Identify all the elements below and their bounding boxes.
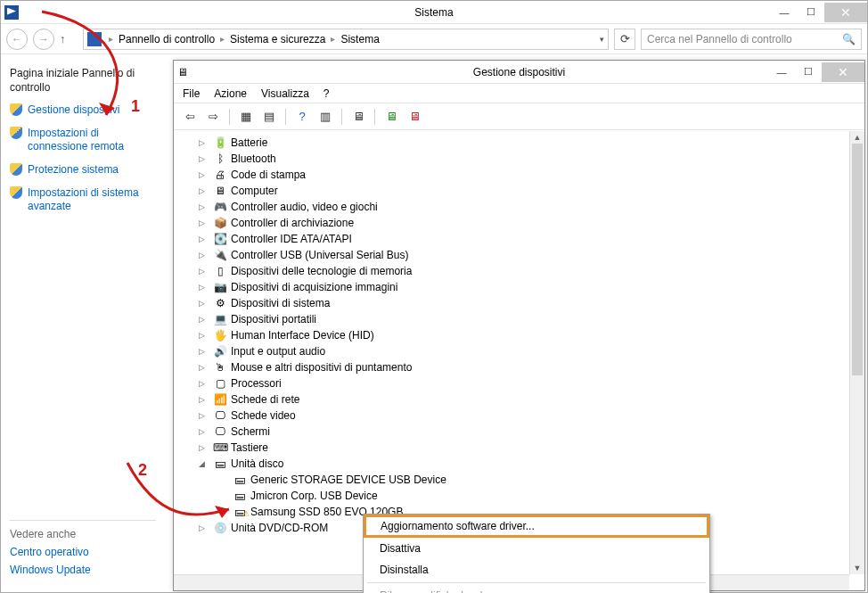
- toolbar-scan-icon[interactable]: ▥: [316, 108, 334, 126]
- expand-icon[interactable]: ▷: [199, 215, 209, 231]
- up-button[interactable]: ↑: [60, 32, 78, 45]
- expand-icon[interactable]: ▷: [199, 424, 209, 440]
- expand-icon[interactable]: ▷: [199, 327, 209, 343]
- see-also-action-center[interactable]: Centro operativo: [10, 546, 156, 558]
- device-icon: ᛒ: [213, 152, 227, 166]
- expand-icon[interactable]: ▷: [199, 440, 209, 456]
- toolbar-forward-icon[interactable]: ⇨: [204, 108, 222, 126]
- tree-category[interactable]: ▷🖨Code di stampa: [183, 167, 846, 183]
- expand-icon[interactable]: ▷: [199, 408, 209, 424]
- ctx-scan-hardware[interactable]: Rileva modifiche hardware: [364, 585, 709, 593]
- refresh-button[interactable]: ⟳: [614, 29, 635, 50]
- toolbar-enable-icon[interactable]: 🖥: [382, 108, 400, 126]
- sidebar-link-advanced[interactable]: Impostazioni di sistema avanzate: [10, 186, 156, 214]
- device-label: Batterie: [231, 135, 267, 151]
- sidebar-link-protection[interactable]: Protezione sistema: [10, 163, 156, 177]
- breadcrumb-part[interactable]: Sistema e sicurezza: [230, 33, 325, 45]
- close-button[interactable]: ✕: [824, 3, 867, 22]
- tree-category[interactable]: ▷📷Dispositivi di acquisizione immagini: [183, 279, 846, 295]
- device-label: Bluetooth: [231, 151, 276, 167]
- device-tree[interactable]: ▷🔋Batterie▷ᛒBluetooth▷🖨Code di stampa▷🖥C…: [174, 131, 849, 574]
- expand-icon[interactable]: ▷: [199, 247, 209, 263]
- tree-category[interactable]: ▷📶Schede di rete: [183, 391, 846, 408]
- expand-icon[interactable]: ▷: [199, 167, 209, 183]
- toolbar-uninstall-icon[interactable]: 🖥: [405, 108, 423, 126]
- expand-icon[interactable]: ▷: [199, 359, 209, 375]
- toolbar-update-icon[interactable]: 🖥: [349, 108, 367, 126]
- expand-icon[interactable]: ◢: [199, 456, 209, 472]
- tree-category[interactable]: ▷🔊Input e output audio: [183, 343, 846, 359]
- expand-icon[interactable]: ▷: [199, 199, 209, 215]
- tree-category[interactable]: ▷🖱Mouse e altri dispositivi di puntament…: [183, 359, 846, 375]
- see-also-windows-update[interactable]: Windows Update: [10, 564, 156, 576]
- expand-icon[interactable]: ▷: [199, 391, 209, 408]
- ctx-update-driver[interactable]: Aggiornamento software driver...: [364, 515, 709, 538]
- expand-icon[interactable]: ▷: [199, 295, 209, 311]
- chevron-down-icon[interactable]: ▾: [600, 35, 604, 44]
- breadcrumb[interactable]: ▸ Pannello di controllo ▸ Sistema e sicu…: [83, 29, 609, 50]
- device-icon: 🔌: [213, 248, 227, 262]
- minimize-button[interactable]: —: [771, 3, 798, 22]
- maximize-button[interactable]: ☐: [798, 3, 824, 22]
- expand-icon[interactable]: ▷: [199, 135, 209, 151]
- tree-category[interactable]: ▷📦Controller di archiviazione: [183, 215, 846, 231]
- menu-view[interactable]: Visualizza: [261, 87, 309, 100]
- sidebar-heading[interactable]: Pagina iniziale Pannello di controllo: [10, 67, 156, 95]
- vertical-scrollbar[interactable]: ▲ ▼: [849, 131, 864, 574]
- expand-icon[interactable]: ▷: [199, 343, 209, 359]
- breadcrumb-part[interactable]: Sistema: [340, 33, 379, 45]
- expand-icon[interactable]: ▷: [199, 183, 209, 199]
- menu-help[interactable]: ?: [323, 87, 330, 100]
- sidebar-link-remote[interactable]: Impostazioni di connessione remota: [10, 127, 156, 154]
- ctx-uninstall[interactable]: Disinstalla: [364, 559, 709, 581]
- tree-category[interactable]: ▷🖵Schede video: [183, 408, 846, 424]
- ctx-disable[interactable]: Disattiva: [364, 538, 709, 559]
- tree-category[interactable]: ▷🔋Batterie: [183, 135, 846, 151]
- tree-category[interactable]: ▷ᛒBluetooth: [183, 151, 846, 167]
- tree-category[interactable]: ▷⚙Dispositivi di sistema: [183, 295, 846, 311]
- devmgr-minimize-button[interactable]: —: [768, 62, 795, 82]
- device-label: Dispositivi di acquisizione immagini: [231, 279, 397, 295]
- expand-icon[interactable]: ▷: [199, 520, 209, 536]
- menu-action[interactable]: Azione: [214, 87, 247, 100]
- tree-disk-item[interactable]: 🖴Generic STORAGE DEVICE USB Device: [183, 472, 846, 488]
- search-input[interactable]: Cerca nel Pannello di controllo 🔍: [641, 29, 862, 50]
- tree-category[interactable]: ▷🔌Controller USB (Universal Serial Bus): [183, 247, 846, 263]
- menu-file[interactable]: File: [183, 87, 200, 100]
- tree-category[interactable]: ▷🖐Human Interface Device (HID): [183, 327, 846, 343]
- tree-category[interactable]: ▷▢Processori: [183, 375, 846, 391]
- tree-category[interactable]: ▷⌨Tastiere: [183, 440, 846, 456]
- scroll-down-icon[interactable]: ▼: [850, 562, 864, 574]
- toolbar-properties-icon[interactable]: ▤: [260, 108, 278, 126]
- expand-icon[interactable]: ▷: [199, 279, 209, 295]
- tree-category[interactable]: ▷▯Dispositivi delle tecnologie di memori…: [183, 263, 846, 279]
- sidebar: Pagina iniziale Pannello di controllo Ge…: [1, 54, 165, 592]
- expand-icon[interactable]: ▷: [199, 231, 209, 247]
- expand-icon[interactable]: ▷: [199, 151, 209, 167]
- tree-category[interactable]: ▷💽Controller IDE ATA/ATAPI: [183, 231, 846, 247]
- toolbar-help-icon[interactable]: ?: [293, 108, 311, 126]
- tree-category[interactable]: ▷💻Dispositivi portatili: [183, 311, 846, 327]
- device-label: Schede video: [231, 408, 296, 424]
- scroll-up-icon[interactable]: ▲: [850, 131, 864, 144]
- device-label: Controller USB (Universal Serial Bus): [231, 247, 408, 263]
- toolbar-show-hidden-icon[interactable]: ▦: [237, 108, 255, 126]
- tree-category[interactable]: ▷🎮Controller audio, video e giochi: [183, 199, 846, 215]
- back-button[interactable]: ←: [6, 29, 28, 50]
- expand-icon[interactable]: ▷: [199, 311, 209, 327]
- tree-category[interactable]: ▷🖵Schermi: [183, 424, 846, 440]
- shield-icon: [10, 186, 22, 199]
- forward-button[interactable]: →: [33, 29, 54, 50]
- breadcrumb-part[interactable]: Pannello di controllo: [119, 33, 215, 45]
- scroll-thumb[interactable]: [852, 144, 863, 375]
- device-icon: 🖵: [213, 424, 227, 439]
- tree-disk-item[interactable]: 🖴Jmicron Corp. USB Device: [183, 488, 846, 504]
- tree-category[interactable]: ▷🖥Computer: [183, 183, 846, 199]
- toolbar-back-icon[interactable]: ⇦: [181, 108, 199, 126]
- device-label: Unità disco: [231, 456, 283, 472]
- devmgr-close-button[interactable]: ✕: [822, 62, 864, 82]
- expand-icon[interactable]: ▷: [199, 375, 209, 391]
- devmgr-maximize-button[interactable]: ☐: [795, 62, 822, 82]
- tree-category-disks[interactable]: ◢🖴Unità disco: [183, 456, 846, 472]
- expand-icon[interactable]: ▷: [199, 263, 209, 279]
